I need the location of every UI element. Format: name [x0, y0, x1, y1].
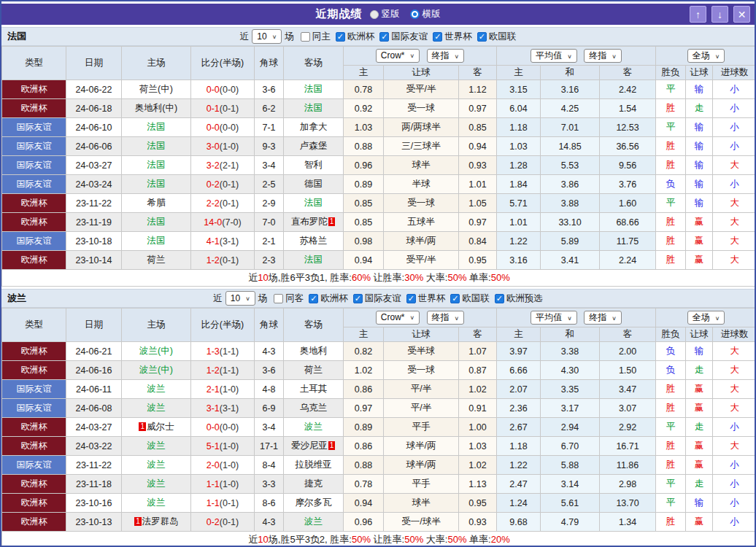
result-goals: 小 [713, 137, 756, 156]
bookmaker-stage-select[interactable]: 终指 ∨ [427, 311, 465, 325]
match-score: 1-1(0-1) [191, 494, 255, 513]
close-button[interactable]: ✕ [733, 6, 750, 23]
competition-checkbox[interactable] [433, 32, 442, 42]
same-venue-checkbox[interactable] [274, 294, 283, 303]
avg-odds-away: 12.53 [600, 118, 656, 137]
bookmaker-select-value: Crow* [381, 50, 405, 61]
match-row: 欧洲杯24-03-271威尔士0-0(0-0)3-4波兰0.89平手1.002.… [2, 418, 756, 437]
avg-odds-draw: 5.88 [541, 456, 600, 475]
match-date: 24-06-10 [66, 118, 122, 137]
match-row: 国际友谊23-10-18法国4-1(3-1)2-1苏格兰0.98球半/两0.84… [2, 232, 756, 251]
avg-odds-draw: 3.86 [541, 175, 600, 194]
result-goals: 小 [713, 118, 756, 137]
match-date: 23-10-16 [66, 494, 122, 513]
result-outcome: 胜 [656, 99, 686, 118]
average-select-value: 平均值 [536, 311, 562, 324]
sub-header-handicap-result: 让球 [686, 66, 713, 80]
competition-label: 国际友谊 [365, 292, 401, 305]
result-handicap: 走 [686, 475, 713, 494]
corner-score: 2-3 [255, 251, 284, 270]
avg-odds-away: 16.71 [600, 437, 656, 456]
bookmaker-select[interactable]: Crow* ∨ [376, 49, 420, 63]
match-date: 23-10-18 [66, 232, 122, 251]
col-header-away: 客场 [284, 47, 344, 80]
home-team: 波兰(中) [122, 342, 191, 361]
team-name-text: 波兰 [147, 478, 166, 489]
competition-checkbox[interactable] [309, 294, 318, 303]
corner-score: 4-8 [255, 380, 284, 399]
odds-away: 1.02 [459, 380, 497, 399]
average-select[interactable]: 平均值 ∨ [531, 49, 577, 63]
match-score: 0-0(0-0) [191, 80, 255, 99]
match-type: 欧洲杯 [2, 418, 66, 437]
recent-results-window: 近期战绩 竖版 横版 ↑ ↓ ✕ 法国 近 [0, 0, 756, 547]
odds-away: 1.13 [459, 475, 497, 494]
move-up-button[interactable]: ↑ [690, 6, 706, 23]
avg-odds-away: 1.50 [600, 361, 656, 380]
bookmaker-stage-select[interactable]: 终指 ∨ [427, 49, 465, 63]
competition-checkbox[interactable] [495, 294, 504, 303]
red-card-badge: 1 [139, 422, 146, 431]
home-team: 1威尔士 [122, 418, 191, 437]
odds-away: 1.01 [459, 175, 497, 194]
avg-odds-away: 68.66 [600, 213, 656, 232]
avg-odds-away: 3.07 [600, 399, 656, 418]
average-stage-select[interactable]: 终指 ∨ [584, 311, 622, 325]
bookmaker-select[interactable]: Crow* ∨ [376, 311, 420, 325]
result-outcome: 负 [656, 342, 686, 361]
layout-option-vertical[interactable]: 竖版 [370, 8, 400, 20]
radio-label-vertical: 竖版 [382, 8, 400, 20]
avg-odds-draw: 4.79 [541, 513, 600, 532]
bookmaker-stage-value: 终指 [432, 50, 450, 62]
match-type: 欧洲杯 [2, 494, 66, 513]
odds-away: 0.91 [459, 399, 497, 418]
competition-checkbox[interactable] [477, 32, 487, 42]
layout-option-horizontal[interactable]: 横版 [410, 8, 441, 20]
avg-odds-draw: 2.94 [541, 418, 600, 437]
move-down-button[interactable]: ↓ [711, 6, 728, 23]
avg-odds-away: 1.60 [600, 194, 656, 213]
match-row: 欧洲杯23-10-131法罗群岛0-2(0-1)4-3波兰0.96受一/球半0.… [2, 513, 756, 532]
competition-checkbox[interactable] [353, 294, 363, 303]
result-outcome: 胜 [656, 437, 686, 456]
corner-score: 6-9 [255, 399, 284, 418]
match-date: 24-06-16 [66, 361, 122, 380]
fulltime-score: 1-1 [207, 498, 220, 508]
competition-checkbox[interactable] [406, 294, 416, 303]
competition-checkbox[interactable] [450, 294, 460, 303]
result-handicap: 输 [686, 118, 713, 137]
avg-odds-away: 13.70 [600, 494, 656, 513]
match-row: 欧洲杯24-06-18奥地利(中)0-1(0-1)6-2法国0.92受一球0.9… [2, 99, 756, 118]
fulltime-score: 0-2 [207, 517, 220, 527]
competition-checkbox[interactable] [379, 32, 389, 42]
scope-select[interactable]: 全场 ∨ [687, 49, 725, 63]
result-handicap: 输 [686, 156, 713, 175]
team-name-text: 法国 [147, 122, 166, 132]
match-type: 欧洲杯 [2, 342, 66, 361]
result-outcome: 负 [656, 361, 686, 380]
match-type: 国际友谊 [2, 175, 66, 194]
home-team: 希腊 [122, 194, 191, 213]
away-team: 直布罗陀1 [284, 213, 344, 232]
team-name-text: 奥地利(中) [135, 103, 177, 113]
odds-handicap: 球半 [384, 494, 459, 513]
average-stage-select[interactable]: 终指 ∨ [584, 49, 622, 63]
fulltime-score: 4-1 [207, 236, 220, 247]
odds-handicap: 受半球 [384, 342, 459, 361]
odds-away: 1.07 [459, 342, 497, 361]
match-date: 24-06-21 [66, 342, 122, 361]
scope-select[interactable]: 全场 ∨ [687, 311, 725, 325]
match-count-select[interactable]: 10 ∨ [225, 291, 255, 306]
competition-checkbox[interactable] [336, 32, 345, 42]
same-venue-checkbox[interactable] [301, 32, 310, 42]
halftime-score: (1-0) [220, 479, 239, 489]
halftime-score: (1-0) [220, 460, 239, 470]
match-count-select[interactable]: 10 ∨ [252, 29, 282, 44]
team-name-text: 波兰 [304, 516, 323, 527]
competition-label: 国际友谊 [391, 31, 428, 43]
home-team: 奥地利(中) [122, 99, 191, 118]
avg-odds-draw: 5.53 [541, 156, 600, 175]
team-name-text: 法国 [304, 255, 323, 265]
average-select[interactable]: 平均值 ∨ [531, 311, 577, 325]
result-handicap: 走 [686, 361, 713, 380]
